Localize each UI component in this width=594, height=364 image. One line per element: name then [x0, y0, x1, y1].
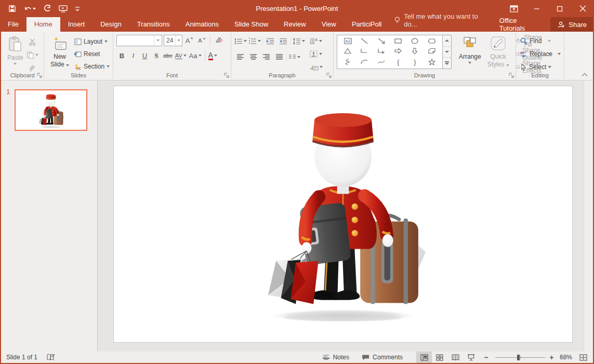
font-size-dropdown-icon[interactable] [175, 35, 182, 46]
maximize-button[interactable] [548, 0, 571, 17]
italic-button[interactable]: I [128, 50, 139, 61]
office-tutorials-button[interactable]: Office Tutorials [492, 17, 550, 32]
minimize-button[interactable] [525, 0, 548, 17]
view-slideshow-button[interactable] [463, 352, 479, 363]
convert-smartart-button[interactable] [309, 61, 323, 73]
tab-design[interactable]: Design [93, 17, 129, 32]
zoom-out-button[interactable] [484, 355, 491, 360]
text-shadow-button[interactable]: S [151, 50, 162, 61]
close-button[interactable] [571, 0, 594, 17]
undo-button[interactable] [23, 5, 36, 12]
select-dropdown-icon[interactable] [548, 66, 551, 68]
copy-dropdown-icon[interactable] [35, 54, 38, 56]
paste-dropdown-icon[interactable] [14, 63, 17, 65]
zoom-level[interactable]: 68% [557, 354, 576, 361]
section-button[interactable]: Section [73, 61, 111, 72]
shape-scribble-icon[interactable] [345, 59, 351, 65]
shapes-gallery[interactable]: A { [337, 35, 443, 69]
font-name-dropdown-icon[interactable] [154, 35, 162, 46]
numbering-dropdown-icon[interactable] [258, 40, 261, 42]
new-slide-button[interactable]: New Slide [47, 34, 72, 71]
spell-check-icon[interactable] [47, 354, 55, 361]
shapes-gallery-scrollbar[interactable] [443, 35, 452, 69]
strikethrough-button[interactable]: abc [162, 50, 174, 61]
new-slide-dropdown-icon[interactable] [66, 64, 69, 66]
shape-right-arrow-icon[interactable] [394, 48, 402, 54]
text-direction-dropdown-icon[interactable] [319, 40, 322, 42]
character-spacing-dropdown-icon[interactable] [183, 55, 187, 57]
slide-canvas[interactable] [113, 86, 573, 343]
decrease-indent-button[interactable] [265, 35, 276, 47]
change-case-button[interactable]: Aa [188, 50, 203, 61]
customize-qat-button[interactable] [75, 6, 80, 12]
text-direction-button[interactable]: A [309, 35, 323, 47]
tab-file[interactable]: File [0, 17, 27, 32]
slide-thumbnail[interactable] [15, 89, 87, 131]
view-normal-button[interactable] [416, 352, 432, 363]
vertical-scrollbar[interactable] [584, 80, 593, 352]
align-right-button[interactable] [260, 51, 272, 63]
tab-home[interactable]: Home [27, 17, 60, 32]
align-center-button[interactable] [247, 51, 259, 63]
tab-participoll[interactable]: ParticiPoll [344, 17, 390, 32]
line-spacing-dropdown-icon[interactable] [302, 40, 305, 42]
copy-button[interactable] [27, 49, 38, 61]
shape-line-icon[interactable] [361, 38, 368, 44]
find-button[interactable]: Find [519, 35, 562, 47]
arrange-dropdown-icon[interactable] [468, 62, 471, 64]
shape-textbox-icon[interactable]: A [344, 38, 352, 44]
arrange-button[interactable]: Arrange [456, 34, 484, 71]
zoom-slider-thumb[interactable] [517, 355, 520, 360]
align-text-dropdown-icon[interactable] [319, 53, 322, 55]
cut-button[interactable] [27, 36, 38, 48]
shape-curve-icon[interactable] [378, 59, 385, 65]
shapes-scroll-down-button[interactable] [443, 47, 451, 58]
shape-snip-corner-icon[interactable] [428, 48, 435, 54]
ribbon-display-options-button[interactable] [503, 0, 525, 17]
shape-star-icon[interactable] [428, 59, 435, 65]
bold-button[interactable]: B [116, 50, 127, 61]
underline-button[interactable]: U [139, 50, 150, 61]
start-from-beginning-button[interactable] [59, 5, 68, 12]
comments-button[interactable]: Comments [355, 352, 409, 363]
clear-formatting-button[interactable] [213, 35, 225, 46]
replace-button[interactable]: abac Replace [519, 48, 562, 60]
paste-button[interactable]: Paste [4, 34, 27, 71]
shape-oval-icon[interactable] [411, 38, 418, 44]
undo-dropdown-icon[interactable] [33, 8, 36, 10]
zoom-in-button[interactable] [549, 355, 557, 360]
fit-slide-to-window-button[interactable] [576, 352, 590, 363]
tab-transitions[interactable]: Transitions [129, 17, 178, 32]
font-name-combo[interactable] [116, 35, 162, 46]
justify-button[interactable] [273, 51, 285, 63]
select-button[interactable]: Select [519, 61, 562, 73]
character-spacing-button[interactable]: AV [174, 50, 188, 61]
increase-indent-button[interactable] [278, 35, 289, 47]
clipboard-dialog-launcher[interactable] [36, 72, 43, 78]
shape-elbow-arrow-connector-icon[interactable] [378, 48, 385, 54]
shape-left-brace-icon[interactable]: { [397, 58, 399, 66]
shape-triangle-icon[interactable] [344, 48, 351, 54]
tab-animations[interactable]: Animations [178, 17, 227, 32]
line-spacing-button[interactable] [293, 35, 305, 47]
columns-button[interactable] [288, 51, 300, 63]
redo-button[interactable] [43, 5, 51, 12]
layout-button[interactable]: Layout [73, 36, 111, 47]
tab-view[interactable]: View [314, 17, 344, 32]
font-size-combo[interactable]: 24 [164, 35, 182, 46]
align-left-button[interactable] [234, 51, 246, 63]
shape-arrow-icon[interactable] [378, 38, 385, 44]
grow-font-button[interactable]: A [184, 35, 195, 46]
tab-review[interactable]: Review [276, 17, 314, 32]
quick-styles-button[interactable]: Quick Styles [484, 34, 512, 71]
shape-down-arrow-icon[interactable] [412, 48, 418, 55]
shrink-font-button[interactable]: A [196, 35, 207, 46]
share-button[interactable]: Share [550, 17, 594, 32]
font-color-dropdown-icon[interactable] [214, 55, 217, 57]
paragraph-dialog-launcher[interactable] [326, 72, 332, 78]
bullets-button[interactable] [234, 35, 247, 47]
numbering-button[interactable] [248, 35, 261, 47]
collapse-ribbon-icon[interactable] [582, 73, 588, 77]
bullets-dropdown-icon[interactable] [244, 40, 247, 42]
zoom-slider[interactable] [495, 357, 545, 358]
